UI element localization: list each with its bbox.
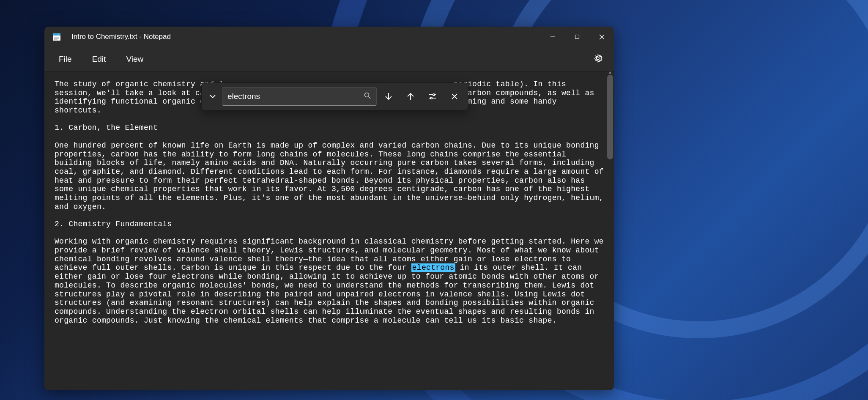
search-icon[interactable] (364, 92, 371, 101)
svg-point-20 (433, 94, 435, 96)
scrollbar-up-arrow[interactable]: ▲ (607, 71, 613, 75)
search-input[interactable] (227, 92, 364, 101)
find-previous-button[interactable] (400, 87, 421, 106)
vertical-scrollbar-thumb[interactable] (607, 75, 613, 159)
text-content[interactable]: The study of organic chemistry and l per… (44, 71, 614, 333)
editor-area[interactable]: The study of organic chemistry and l per… (44, 71, 614, 390)
find-close-button[interactable] (444, 87, 465, 106)
svg-line-16 (369, 96, 371, 99)
search-highlight: electrons (411, 263, 455, 272)
close-button[interactable] (589, 27, 614, 47)
menu-bar: File Edit View (44, 47, 614, 71)
svg-rect-11 (575, 35, 579, 39)
maximize-button[interactable] (565, 27, 589, 47)
title-bar[interactable]: Intro to Chemistry.txt - Notepad (44, 27, 614, 47)
svg-point-14 (597, 57, 599, 59)
svg-point-15 (365, 93, 369, 97)
minimize-button[interactable] (540, 27, 565, 47)
notepad-window: Intro to Chemistry.txt - Notepad File Ed… (44, 27, 614, 390)
menu-view[interactable]: View (120, 51, 149, 67)
menu-edit[interactable]: Edit (86, 51, 112, 67)
find-bar (201, 82, 468, 110)
find-options-button[interactable] (422, 87, 443, 106)
search-input-wrap (222, 87, 377, 106)
find-next-button[interactable] (378, 87, 399, 106)
window-controls (540, 27, 614, 47)
window-title: Intro to Chemistry.txt - Notepad (71, 33, 540, 41)
settings-button[interactable] (589, 50, 606, 68)
expand-replace-button[interactable] (205, 87, 220, 106)
menu-file[interactable]: File (53, 51, 78, 67)
svg-point-22 (430, 97, 432, 99)
notepad-app-icon (52, 32, 61, 41)
